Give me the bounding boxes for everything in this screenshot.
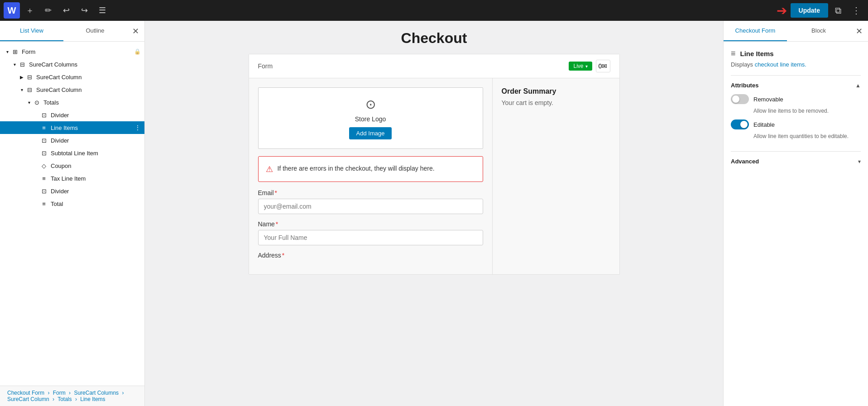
tree-item-surecart-column-2[interactable]: ▾ ⊟ SureCart Column [0,83,144,96]
name-required: * [276,220,278,228]
panel-tab-block[interactable]: Block [787,21,850,41]
tab-outline[interactable]: Outline [63,21,127,41]
removable-label: Removable [753,96,783,103]
update-button[interactable]: Update [791,3,828,18]
section-desc-link[interactable]: checkout line items. [755,61,806,68]
tree-item-form[interactable]: ▾ ⊞ Form 🔒 [0,45,144,58]
section-block-header: ≡ Line Items [731,49,861,58]
address-field-group: Address* [258,252,483,259]
address-required: * [282,252,284,259]
attributes-section-header[interactable]: Attributes ▲ [731,82,861,89]
document-overview-button[interactable]: ☰ [94,2,110,19]
coupon-block-icon: ◇ [40,162,48,170]
expand-col1-icon: ▶ [18,73,25,81]
tab-list-view[interactable]: List View [0,21,63,41]
undo-button[interactable]: ↩ [58,2,74,19]
tree-item-subtotal-line-item[interactable]: ⊡ Subtotal Line Item [0,147,144,159]
right-panel: Checkout Form Block ✕ ≡ Line Items Displ… [723,21,868,406]
editor-options-button[interactable]: ⧉ [830,2,846,19]
form-block-icon: ⊞ [11,48,19,56]
editable-toggle[interactable] [731,119,749,129]
redo-button[interactable]: ↪ [76,2,92,19]
columns-label: SureCart Columns [29,61,141,68]
breadcrumb-form[interactable]: Form [53,390,66,396]
total-block-icon: ≡ [40,200,48,208]
sidebar-tree: ▾ ⊞ Form 🔒 ▾ ⊟ SureCart Columns ▶ ⊟ Sure… [0,42,144,386]
breadcrumb-line-items[interactable]: Line Items [80,396,105,402]
panel-header: Checkout Form Block ✕ [724,21,868,42]
tree-item-divider-1[interactable]: ⊡ Divider [0,109,144,121]
breadcrumb-totals[interactable]: Totals [58,396,72,402]
form-header: Form Live ▾ 0 ✉ [249,54,619,78]
more-options-button[interactable]: ⋮ [848,2,864,19]
live-badge[interactable]: Live ▾ [569,62,592,71]
tree-item-totals[interactable]: ▾ ⊙ Totals [0,96,144,109]
col1-label: SureCart Column [36,74,141,81]
tools-button[interactable]: ✏ [40,2,56,19]
form-label: Form [22,48,134,55]
subtotal-label: Subtotal Line Item [51,150,141,157]
expand-lineitems-icon [33,124,40,131]
email-field-group: Email* [258,189,483,214]
tree-item-surecart-columns[interactable]: ▾ ⊟ SureCart Columns [0,58,144,71]
panel-content: ≡ Line Items Displays checkout line item… [724,42,868,406]
advanced-section-header[interactable]: Advanced ▾ [731,158,861,165]
div1-block-icon: ⊡ [40,111,48,119]
editable-desc: Allow line item quantities to be editabl… [731,133,861,139]
order-summary-empty: Your cart is empty. [502,99,610,106]
total-label: Total [51,201,141,207]
panel-tab-checkout-form[interactable]: Checkout Form [724,21,787,41]
live-badge-label: Live [573,63,583,69]
expand-totals-icon: ▾ [25,99,33,106]
sidebar-close-button[interactable]: ✕ [127,21,144,41]
expand-form-icon: ▾ [4,48,11,55]
tree-item-divider-3[interactable]: ⊡ Divider [0,185,144,197]
add-image-button[interactable]: Add Image [349,127,392,139]
name-label: Name* [258,220,483,228]
tree-item-tax-line-item[interactable]: ≡ Tax Line Item [0,172,144,185]
breadcrumb-surecart-columns[interactable]: SureCart Columns [74,390,119,396]
lineitems-options-icon[interactable]: ⋮ [134,124,141,131]
tree-item-line-items[interactable]: ≡ Line Items ⋮ [0,121,144,134]
form-left: ⊙ Store Logo Add Image ⚠ If there are er… [249,78,493,274]
toolbar: W ＋ ✏ ↩ ↪ ☰ ➔ Update ⧉ ⋮ [0,0,868,21]
breadcrumb: Checkout Form › Form › SureCart Columns … [0,386,144,406]
name-input[interactable] [258,230,483,245]
tree-item-surecart-column-1[interactable]: ▶ ⊟ SureCart Column [0,71,144,83]
lineitems-label: Line Items [51,124,134,131]
totals-block-icon: ⊙ [33,98,41,106]
expand-col2-icon: ▾ [18,86,25,93]
removable-toggle-knob [732,96,739,103]
notification-icon[interactable]: 0 ✉ [596,60,610,72]
error-text: If there are errors in the checkout, the… [278,164,435,173]
form-right: Order Summary Your cart is empty. [493,78,619,274]
add-block-button[interactable]: ＋ [22,2,38,19]
left-sidebar: List View Outline ✕ ▾ ⊞ Form 🔒 ▾ ⊟ SureC… [0,21,145,406]
tree-item-divider-2[interactable]: ⊡ Divider [0,134,144,147]
div2-block-icon: ⊡ [40,136,48,144]
expand-div1-icon [33,111,40,119]
form-header-label: Form [258,62,273,70]
expand-coupon-icon [33,162,40,169]
tree-item-coupon[interactable]: ◇ Coupon [0,159,144,172]
expand-columns-icon: ▾ [11,61,18,68]
advanced-chevron-icon: ▾ [858,158,861,165]
email-input[interactable] [258,199,483,214]
breadcrumb-surecart-column[interactable]: SureCart Column [7,396,49,402]
line-items-panel-title: Line Items [740,50,774,57]
main-layout: List View Outline ✕ ▾ ⊞ Form 🔒 ▾ ⊟ SureC… [0,21,868,406]
removable-toggle-row: Removable [731,94,861,104]
editable-toggle-knob [740,121,748,128]
col1-block-icon: ⊟ [25,73,34,81]
removable-toggle[interactable] [731,94,749,104]
panel-close-button[interactable]: ✕ [850,26,868,36]
mail-icon: ✉ [602,62,607,70]
tree-item-total[interactable]: ≡ Total [0,197,144,210]
div3-label: Divider [51,188,141,195]
store-logo-icon: ⊙ [268,97,474,112]
order-summary-title: Order Summary [502,87,610,96]
breadcrumb-checkout-form[interactable]: Checkout Form [7,390,44,396]
update-arrow-indicator: ➔ [777,3,787,18]
attributes-chevron-icon: ▲ [855,82,861,89]
wp-logo[interactable]: W [4,2,20,19]
